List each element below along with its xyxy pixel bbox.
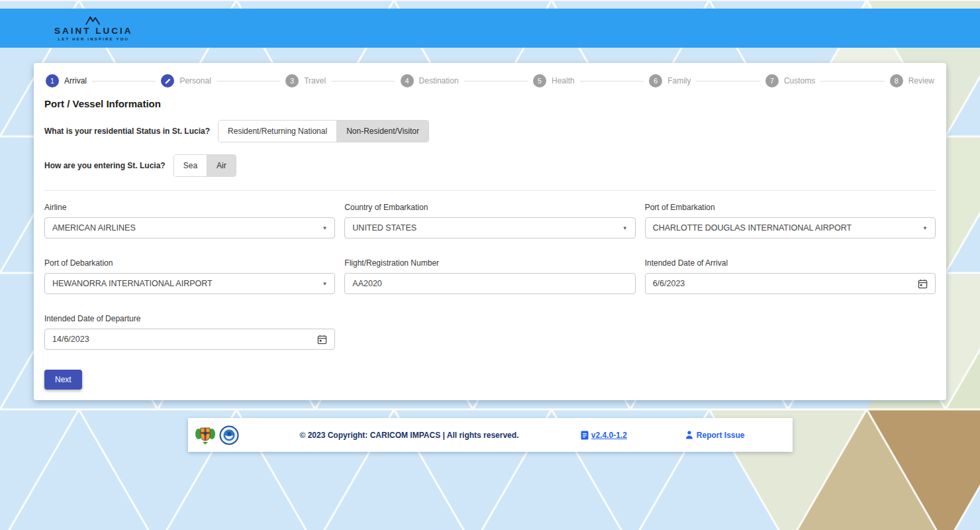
section-divider — [44, 190, 936, 191]
field-value: 6/6/2023 — [653, 279, 685, 288]
sea-option-button[interactable]: Sea — [174, 155, 207, 176]
chevron-down-icon[interactable]: ▼ — [322, 225, 327, 231]
version-link[interactable]: v2.4.0-1.2 — [581, 431, 627, 440]
brand-name: SAINT LUCIA — [54, 26, 133, 36]
step-number-badge: 4 — [401, 74, 414, 87]
step-label: Family — [667, 76, 691, 85]
field-label: Intended Date of Departure — [44, 314, 335, 323]
step-connector — [696, 81, 760, 81]
entry-mode-question: How are you entering St. Lucia? Sea Air — [44, 154, 936, 177]
flight-number-field: Flight/Registration Number AA2020 — [344, 258, 635, 294]
field-label: Intended Date of Arrival — [645, 258, 936, 268]
step-connector — [92, 81, 156, 81]
person-icon — [685, 431, 693, 439]
step-label: Review — [908, 76, 934, 85]
footer-links: v2.4.0-1.2 Report Issue — [581, 431, 745, 440]
footer-bar: © 2023 Copyright: CARICOM IMPACS | All r… — [188, 418, 793, 452]
chevron-down-icon[interactable]: ▼ — [922, 225, 928, 231]
step-label: Customs — [784, 76, 815, 85]
step-label: Travel — [304, 76, 326, 85]
field-value: 14/6/2023 — [52, 335, 89, 344]
flight-number-input[interactable]: AA2020 — [344, 273, 635, 294]
step-connector — [464, 81, 528, 81]
port-of-debarkation-select[interactable]: HEWANORRA INTERNATIONAL AIRPORT ▼ — [44, 273, 335, 294]
version-text: v2.4.0-1.2 — [591, 431, 627, 440]
non-resident-option-button[interactable]: Non-Resident/Visitor — [336, 121, 428, 142]
step-connector — [331, 81, 395, 81]
resident-option-button[interactable]: Resident/Returning National — [219, 121, 336, 142]
step-family[interactable]: 6 Family — [649, 74, 691, 87]
residential-status-toggle-group: Resident/Returning National Non-Resident… — [218, 120, 429, 142]
page-title: Port / Vessel Information — [44, 98, 936, 109]
field-value: CHARLOTTE DOUGLAS INTERNATIONAL AIRPORT — [653, 223, 852, 233]
header-bar: SAINT LUCIA LET HER INSPIRE YOU — [0, 9, 980, 48]
arrival-date-field: Intended Date of Arrival 6/6/2023 — [645, 258, 936, 294]
field-value: HEWANORRA INTERNATIONAL AIRPORT — [52, 279, 213, 288]
departure-date-input[interactable]: 14/6/2023 — [44, 329, 335, 350]
step-number-badge: 6 — [649, 74, 662, 87]
step-arrival[interactable]: 1 Arrival — [46, 74, 87, 87]
copyright-text: © 2023 Copyright: CARICOM IMPACS | All r… — [300, 431, 519, 440]
report-issue-text: Report Issue — [697, 431, 745, 440]
country-of-embarkation-select[interactable]: UNITED STATES ▼ — [344, 217, 635, 238]
edit-icon — [161, 74, 174, 87]
step-destination[interactable]: 4 Destination — [401, 74, 459, 87]
saint-lucia-logo: SAINT LUCIA LET HER INSPIRE YOU — [54, 15, 133, 41]
entry-mode-toggle-group: Sea Air — [173, 154, 236, 177]
step-label: Destination — [419, 76, 459, 85]
air-option-button[interactable]: Air — [207, 155, 236, 176]
port-of-debarkation-field: Port of Debarkation HEWANORRA INTERNATIO… — [44, 258, 335, 294]
step-number-badge: 1 — [46, 74, 59, 87]
field-label: Country of Embarkation — [344, 203, 635, 212]
saint-lucia-coat-of-arms-logo — [195, 425, 216, 445]
step-number-badge: 8 — [890, 74, 903, 87]
stepper: 1 Arrival Personal 3 Travel 4 Destinatio… — [46, 74, 934, 87]
form-card: 1 Arrival Personal 3 Travel 4 Destinatio… — [34, 63, 946, 400]
field-label: Airline — [44, 203, 335, 212]
next-button[interactable]: Next — [44, 370, 82, 390]
step-label: Health — [552, 76, 575, 85]
entry-mode-label: How are you entering St. Lucia? — [44, 161, 166, 170]
airline-select[interactable]: AMERICAN AIRLINES ▼ — [44, 217, 335, 238]
step-number-badge: 7 — [765, 74, 779, 87]
residential-status-question: What is your residential Status in St. L… — [44, 120, 936, 142]
field-value: UNITED STATES — [352, 223, 416, 233]
field-value: AA2020 — [352, 279, 381, 288]
report-issue-link[interactable]: Report Issue — [685, 431, 745, 440]
flight-fields-grid: Airline AMERICAN AIRLINES ▼ Country of E… — [44, 203, 936, 350]
pitons-mountain-icon — [84, 15, 103, 25]
footer-logos — [195, 425, 239, 445]
field-label: Flight/Registration Number — [344, 258, 635, 268]
field-label: Port of Debarkation — [44, 258, 335, 268]
step-customs[interactable]: 7 Customs — [765, 74, 815, 87]
step-connector — [580, 81, 644, 81]
step-connector — [820, 81, 884, 81]
step-label: Personal — [179, 76, 211, 85]
chevron-down-icon[interactable]: ▼ — [322, 281, 327, 287]
arrival-date-input[interactable]: 6/6/2023 — [645, 273, 936, 294]
calendar-icon[interactable] — [918, 279, 928, 289]
airline-field: Airline AMERICAN AIRLINES ▼ — [44, 203, 335, 238]
step-review[interactable]: 8 Review — [890, 74, 934, 87]
step-health[interactable]: 5 Health — [533, 74, 575, 87]
calendar-icon[interactable] — [317, 335, 327, 344]
country-of-embarkation-field: Country of Embarkation UNITED STATES ▼ — [344, 203, 635, 238]
field-label: Port of Embarkation — [645, 203, 936, 212]
brand-tagline: LET HER INSPIRE YOU — [58, 37, 129, 41]
step-travel[interactable]: 3 Travel — [285, 74, 326, 87]
port-of-embarkation-field: Port of Embarkation CHARLOTTE DOUGLAS IN… — [645, 203, 936, 238]
residential-status-label: What is your residential Status in St. L… — [44, 127, 210, 136]
step-number-badge: 5 — [533, 74, 546, 87]
field-value: AMERICAN AIRLINES — [52, 223, 136, 233]
departure-date-field: Intended Date of Departure 14/6/2023 — [44, 314, 335, 350]
step-number-badge: 3 — [285, 74, 299, 87]
step-connector — [217, 81, 280, 81]
document-icon — [581, 431, 589, 440]
step-label: Arrival — [64, 76, 87, 85]
caricom-impacs-logo — [219, 425, 239, 445]
port-of-embarkation-select[interactable]: CHARLOTTE DOUGLAS INTERNATIONAL AIRPORT … — [645, 217, 936, 238]
chevron-down-icon[interactable]: ▼ — [622, 225, 628, 231]
step-personal[interactable]: Personal — [161, 74, 211, 87]
